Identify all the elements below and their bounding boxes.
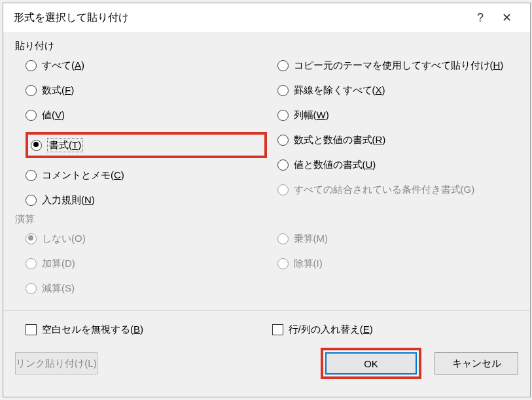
radio-label: 値(V) [42,109,65,122]
checks-row: 空白セルを無視する(B) 行/列の入れ替え(E) [3,311,530,340]
paste-radio-right-3[interactable]: 数式と数値の書式(R) [277,132,519,148]
checkbox-icon [26,324,37,335]
paste-radio-left-4[interactable]: コメントとメモ(C) [26,167,267,183]
radio-label: コメントとメモ(C) [42,169,124,182]
radio-icon [26,233,37,244]
radio-label: すべての結合されている条件付き書式(G) [294,184,475,196]
radio-label: 値と数値の書式(U) [294,159,376,171]
radio-icon [26,283,37,294]
radio-label: 列幅(W) [294,109,329,122]
paste-radio-left-1[interactable]: 数式(F) [26,82,267,98]
radio-label: 書式(T) [47,138,83,152]
radio-icon [26,170,37,181]
check-transpose-label: 行/列の入れ替え(E) [289,324,373,336]
group-operation: 演算 しない(O)加算(D)減算(S) 乗算(M)除算(I) [15,213,518,296]
radio-label: すべて(A) [42,59,84,72]
paste-radio-left-3[interactable]: 書式(T) [31,137,262,153]
paste-radio-right-5: すべての結合されている条件付き書式(G) [277,182,519,197]
paste-radio-left-0[interactable]: すべて(A) [26,58,267,73]
radio-icon [277,233,289,244]
operation-radio-left-2: 減算(S) [26,280,267,296]
operation-columns: しない(O)加算(D)減算(S) 乗算(M)除算(I) [15,231,518,296]
paste-link-button: リンク貼り付け(L) [15,352,98,375]
group-operation-title: 演算 [15,213,518,225]
paste-radio-right-1[interactable]: 罫線を除くすべて(X) [277,82,519,98]
operation-radio-right-1: 除算(I) [277,256,519,271]
radio-label: 加算(D) [42,258,75,270]
radio-icon [26,258,37,269]
radio-icon [277,184,289,195]
paste-radio-left-2[interactable]: 値(V) [26,107,267,123]
radio-label: 数式(F) [42,84,74,97]
radio-label: しない(O) [42,233,86,245]
radio-icon [277,258,289,269]
check-skip-blanks-label: 空白セルを無視する(B) [42,324,143,336]
radio-icon [26,85,37,96]
radio-icon [277,135,289,146]
ok-button[interactable]: OK [325,352,417,375]
paste-col-left: すべて(A)数式(F)値(V)書式(T)コメントとメモ(C)入力規則(N) [15,58,267,208]
radio-label: 入力規則(N) [42,194,95,207]
operation-radio-left-0: しない(O) [26,231,267,246]
radio-label: 罫線を除くすべて(X) [294,84,385,97]
group-paste: 貼り付け すべて(A)数式(F)値(V)書式(T)コメントとメモ(C)入力規則(… [15,40,518,208]
operation-col-left: しない(O)加算(D)減算(S) [15,231,267,296]
paste-radio-left-5[interactable]: 入力規則(N) [26,192,267,208]
radio-label: コピー元のテーマを使用してすべて貼り付け(H) [294,59,504,72]
help-button[interactable]: ? [467,8,493,27]
radio-icon [277,159,289,171]
operation-radio-right-0: 乗算(M) [277,231,519,246]
paste-special-dialog: 形式を選択して貼り付け ? ✕ 貼り付け すべて(A)数式(F)値(V)書式(T… [3,3,531,397]
radio-icon [31,140,42,151]
operation-col-right: 乗算(M)除算(I) [267,231,519,296]
checkbox-icon [272,324,283,335]
radio-icon [277,110,289,121]
paste-radio-right-4[interactable]: 値と数値の書式(U) [277,157,519,173]
radio-icon [277,60,289,71]
group-paste-title: 貼り付け [15,40,518,52]
close-button[interactable]: ✕ [493,8,520,27]
radio-icon [26,60,37,71]
operation-radio-left-1: 加算(D) [26,256,267,271]
titlebar: 形式を選択して貼り付け ? ✕ [3,3,530,32]
check-skip-blanks[interactable]: 空白セルを無視する(B) [26,322,272,337]
paste-columns: すべて(A)数式(F)値(V)書式(T)コメントとメモ(C)入力規則(N) コピ… [15,58,518,208]
radio-label: 除算(I) [294,258,323,270]
highlight: 書式(T) [26,132,267,158]
paste-radio-right-0[interactable]: コピー元のテーマを使用してすべて貼り付け(H) [277,58,519,73]
radio-label: 減算(S) [42,282,75,295]
radio-icon [277,85,289,96]
check-transpose[interactable]: 行/列の入れ替え(E) [272,322,519,337]
dialog-body: 貼り付け すべて(A)数式(F)値(V)書式(T)コメントとメモ(C)入力規則(… [3,32,530,310]
radio-icon [26,195,37,206]
radio-label: 乗算(M) [294,233,328,245]
paste-radio-right-2[interactable]: 列幅(W) [277,107,519,123]
dialog-title: 形式を選択して貼り付け [14,11,467,25]
radio-label: 数式と数値の書式(R) [294,134,386,146]
ok-highlight: OK [321,348,421,379]
button-row: リンク貼り付け(L) OK キャンセル [3,340,530,390]
paste-col-right: コピー元のテーマを使用してすべて貼り付け(H)罫線を除くすべて(X)列幅(W)数… [267,58,519,208]
cancel-button[interactable]: キャンセル [434,352,518,375]
radio-icon [26,110,37,121]
